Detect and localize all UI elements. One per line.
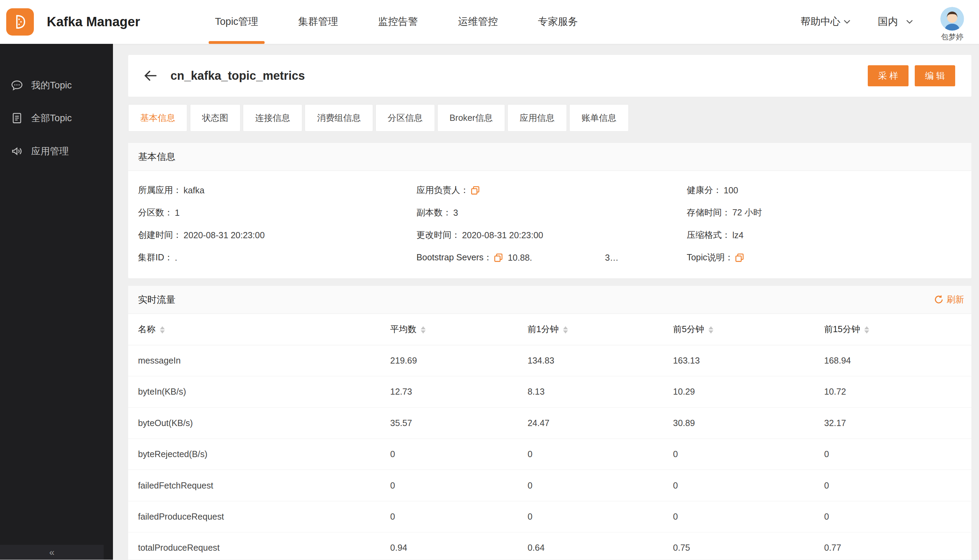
refresh-icon	[934, 295, 944, 304]
copy-icon[interactable]	[471, 186, 479, 195]
nav-topic-management[interactable]: Topic管理	[195, 0, 278, 44]
field-partition-count: 分区数： 1	[138, 203, 416, 222]
table-row: messageIn 219.69 134.83 163.13 168.94	[128, 345, 972, 376]
field-modify-time: 更改时间： 2020-08-31 20:23:00	[417, 226, 687, 245]
document-icon	[11, 112, 23, 124]
table-row: totalProduceRequest 0.94 0.64 0.75 0.77	[128, 532, 972, 560]
metric-name: byteRejected(B/s)	[128, 439, 390, 470]
active-nav-underline	[209, 41, 264, 43]
tab-app-info[interactable]: 应用信息	[508, 104, 567, 132]
metric-value: 32.17	[824, 407, 972, 438]
metric-value: 0	[528, 470, 673, 501]
metric-value: 219.69	[390, 345, 528, 376]
column-header-average: 平均数	[390, 314, 528, 345]
metric-value: 0	[673, 501, 824, 532]
tab-partition-info[interactable]: 分区信息	[376, 104, 435, 132]
metric-value: 0	[390, 470, 528, 501]
metric-value: 163.13	[673, 345, 824, 376]
metric-value: 0	[390, 501, 528, 532]
field-bootstrap-servers: Bootstrap Severs： 10.88. 3…	[417, 248, 687, 267]
metric-value: 8.13	[528, 376, 673, 407]
brand-title: Kafka Manager	[47, 15, 140, 29]
field-app-principal: 应用负责人：	[417, 181, 687, 200]
nav-expert-service[interactable]: 专家服务	[518, 0, 598, 44]
sidebar-item-all-topic[interactable]: 全部Topic	[0, 102, 113, 135]
metric-value: 0	[673, 470, 824, 501]
metric-value: 0	[528, 439, 673, 470]
metric-value: 0	[824, 470, 972, 501]
tab-status-chart[interactable]: 状态图	[190, 104, 241, 132]
section-title: 基本信息	[138, 150, 175, 163]
kafka-manager-app: Kafka Manager Topic管理 集群管理 监控告警 运维管控 专家服…	[0, 0, 979, 560]
nav-cluster-management[interactable]: 集群管理	[278, 0, 358, 44]
help-center-label: 帮助中心	[800, 15, 840, 29]
metric-value: 24.47	[528, 407, 673, 438]
speech-bubble-icon	[11, 79, 23, 92]
back-button[interactable]	[144, 70, 157, 82]
field-cluster-id: 集群ID： .	[138, 248, 416, 267]
sort-carets-icon[interactable]	[563, 326, 568, 334]
metric-value: 10.72	[824, 376, 972, 407]
refresh-label: 刷新	[947, 294, 964, 305]
edit-button[interactable]: 编 辑	[915, 65, 955, 86]
app-logo[interactable]	[6, 8, 34, 36]
nav-label: 集群管理	[298, 15, 338, 29]
nav-ops-control[interactable]: 运维管控	[438, 0, 518, 44]
copy-icon[interactable]	[494, 253, 503, 262]
column-header-last-5min: 前5分钟	[673, 314, 824, 345]
sample-button[interactable]: 采 样	[868, 65, 908, 86]
metric-value: 35.57	[390, 407, 528, 438]
copy-icon[interactable]	[735, 253, 744, 262]
nav-label: Topic管理	[215, 15, 258, 29]
field-compression-format: 压缩格式： lz4	[687, 226, 961, 245]
metric-value: 10.29	[673, 376, 824, 407]
tab-broker-info[interactable]: Broker信息	[437, 104, 505, 132]
table-row: byteRejected(B/s) 0 0 0 0	[128, 439, 972, 470]
field-topic-description: Topic说明：	[687, 248, 961, 267]
basic-info-card: 基本信息 所属应用： kafka 应用负责人：	[128, 143, 972, 278]
sidebar-item-my-topic[interactable]: 我的Topic	[0, 69, 113, 102]
megaphone-icon	[11, 145, 23, 157]
tab-connection-info[interactable]: 连接信息	[243, 104, 302, 132]
refresh-button[interactable]: 刷新	[934, 294, 964, 305]
back-arrow-icon	[144, 70, 157, 82]
sidebar: 我的Topic 全部Topic 应用管理 «	[0, 44, 113, 560]
user-avatar[interactable]	[940, 7, 964, 31]
metric-name: failedFetchRequest	[128, 470, 390, 501]
metric-value: 30.89	[673, 407, 824, 438]
sort-carets-icon[interactable]	[864, 326, 869, 334]
field-create-time: 创建时间： 2020-08-31 20:23:00	[138, 226, 416, 245]
tab-billing-info[interactable]: 账单信息	[569, 104, 629, 132]
sidebar-item-label: 应用管理	[31, 145, 68, 157]
metric-value: 0.77	[824, 532, 972, 560]
region-selector[interactable]: 国内	[878, 15, 913, 29]
sidebar-item-label: 全部Topic	[31, 112, 72, 124]
metric-value: 0	[390, 439, 528, 470]
sidebar-collapse-button[interactable]: «	[0, 545, 104, 560]
sort-carets-icon[interactable]	[421, 326, 426, 334]
logo-icon	[12, 13, 29, 31]
sidebar-item-app-management[interactable]: 应用管理	[0, 135, 113, 168]
tab-consumer-group-info[interactable]: 消费组信息	[305, 104, 373, 132]
metric-value: 0	[824, 439, 972, 470]
realtime-traffic-card: 实时流量 刷新 名称 平均数 前1分钟 前5分钟 前15分	[128, 286, 972, 560]
main-nav: Topic管理 集群管理 监控告警 运维管控 专家服务	[195, 0, 598, 44]
basic-info-grid: 所属应用： kafka 应用负责人： 健康分： 100	[128, 171, 972, 278]
nav-label: 运维管控	[458, 15, 498, 29]
help-center-menu[interactable]: 帮助中心	[800, 15, 850, 29]
metric-name: totalProduceRequest	[128, 532, 390, 560]
nav-label: 专家服务	[538, 15, 578, 29]
column-header-last-1min: 前1分钟	[528, 314, 673, 345]
avatar-image	[940, 7, 964, 31]
collapse-chevrons-icon: «	[49, 547, 54, 558]
tab-basic-info[interactable]: 基本信息	[128, 104, 187, 132]
column-header-last-15min: 前15分钟	[824, 314, 972, 345]
section-title: 实时流量	[138, 293, 175, 306]
sort-carets-icon[interactable]	[708, 326, 713, 334]
metric-value: 168.94	[824, 345, 972, 376]
sidebar-item-label: 我的Topic	[31, 79, 72, 92]
sort-carets-icon[interactable]	[160, 326, 165, 334]
nav-monitor-alert[interactable]: 监控告警	[358, 0, 438, 44]
table-row: byteOut(KB/s) 35.57 24.47 30.89 32.17	[128, 407, 972, 438]
metric-value: 0	[824, 501, 972, 532]
